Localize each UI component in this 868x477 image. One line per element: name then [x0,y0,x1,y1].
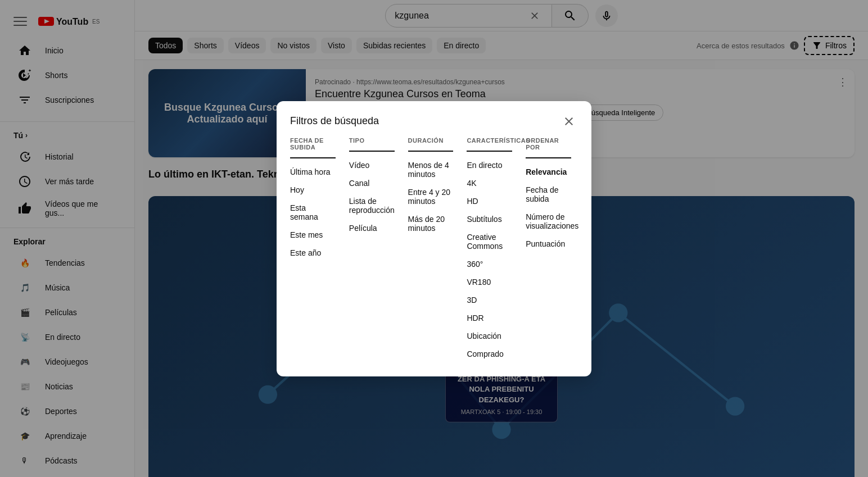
filter-option-en-directo[interactable]: En directo [467,156,512,174]
modal-close-button[interactable] [560,112,578,130]
filter-column-fecha: FECHA DE SUBIDA Última hora Hoy Esta sem… [290,137,342,363]
filter-column-ordenar: ORDENAR POR Relevancia Fecha de subida N… [519,137,578,363]
filter-columns: FECHA DE SUBIDA Última hora Hoy Esta sem… [290,137,578,363]
modal-title: Filtros de búsqueda [290,115,379,127]
filter-option-visualizaciones[interactable]: Número de visualizaciones [526,208,571,235]
filter-option-hoy[interactable]: Hoy [290,181,336,199]
filter-option-lista-reproduccion[interactable]: Lista de reproducción [349,192,395,219]
filter-col-title-fecha: FECHA DE SUBIDA [290,137,336,158]
search-filters-modal: Filtros de búsqueda FECHA DE SUBIDA Últi… [277,101,591,376]
filter-option-mas-20[interactable]: Más de 20 minutos [408,210,454,237]
filter-option-ubicacion[interactable]: Ubicación [467,327,512,345]
modal-overlay: Filtros de búsqueda FECHA DE SUBIDA Últi… [0,0,868,477]
filter-option-esta-semana[interactable]: Esta semana [290,199,336,226]
filter-option-este-anio[interactable]: Este año [290,244,336,262]
filter-option-4k[interactable]: 4K [467,174,512,192]
filter-option-este-mes[interactable]: Este mes [290,226,336,244]
filter-column-tipo: TIPO Vídeo Canal Lista de reproducción P… [342,137,401,363]
filter-option-creative-commons[interactable]: Creative Commons [467,228,512,255]
filter-option-video[interactable]: Vídeo [349,156,395,174]
filter-option-relevancia[interactable]: Relevancia [526,163,571,181]
filter-col-title-caracteristicas: CARACTERÍSTICAS [467,137,512,152]
filter-col-title-ordenar: ORDENAR POR [526,137,571,158]
modal-body: FECHA DE SUBIDA Última hora Hoy Esta sem… [277,137,591,376]
filter-option-hd[interactable]: HD [467,192,512,210]
filter-option-subtitulos[interactable]: Subtítulos [467,210,512,228]
filter-option-comprado[interactable]: Comprado [467,345,512,363]
filter-option-fecha-subida[interactable]: Fecha de subida [526,181,571,208]
filter-option-canal[interactable]: Canal [349,174,395,192]
filter-option-3d[interactable]: 3D [467,291,512,309]
filter-option-360[interactable]: 360° [467,255,512,273]
filter-column-caracteristicas: CARACTERÍSTICAS En directo 4K HD Subtítu… [460,137,519,363]
filter-option-puntuacion[interactable]: Puntuación [526,235,571,253]
modal-header: Filtros de búsqueda [277,101,591,137]
filter-option-vr180[interactable]: VR180 [467,273,512,291]
filter-col-title-tipo: TIPO [349,137,395,152]
filter-option-ultima-hora[interactable]: Última hora [290,163,336,181]
filter-option-entre-4-20[interactable]: Entre 4 y 20 minutos [408,183,454,210]
filter-option-hdr[interactable]: HDR [467,309,512,327]
filter-column-duracion: DURACIÓN Menos de 4 minutos Entre 4 y 20… [401,137,460,363]
filter-option-menos-4[interactable]: Menos de 4 minutos [408,156,454,183]
filter-col-title-duracion: DURACIÓN [408,137,454,152]
filter-option-pelicula[interactable]: Película [349,219,395,237]
